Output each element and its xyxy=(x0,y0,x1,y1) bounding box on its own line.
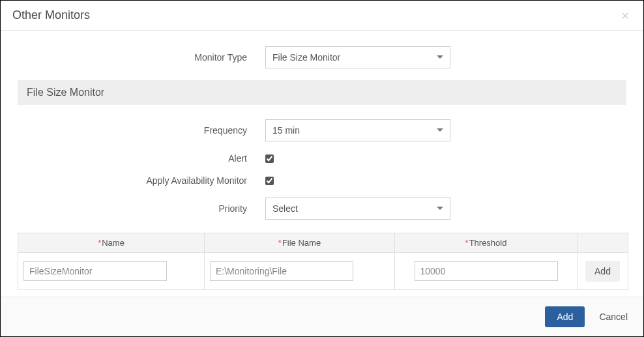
priority-label: Priority xyxy=(18,203,265,214)
monitor-type-select[interactable]: File Size Monitor xyxy=(265,46,450,68)
col-threshold-label: Threshold xyxy=(469,238,507,248)
modal-footer: Add Cancel xyxy=(1,297,643,336)
table-row: Add xyxy=(18,253,628,290)
table-header-row: *Name *File Name *Threshold xyxy=(18,233,628,253)
modal-header: Other Monitors × xyxy=(1,1,643,31)
col-file-header: *File Name xyxy=(205,233,395,253)
section-header: File Size Monitor xyxy=(18,80,626,105)
chevron-down-icon xyxy=(437,128,443,132)
priority-value: Select xyxy=(272,203,437,214)
availability-checkbox[interactable] xyxy=(265,177,274,185)
availability-label: Apply Availability Monitor xyxy=(18,175,265,186)
chevron-down-icon xyxy=(437,207,443,211)
frequency-label: Frequency xyxy=(18,125,265,136)
alert-checkbox[interactable] xyxy=(265,154,274,163)
frequency-select[interactable]: 15 min xyxy=(265,119,450,141)
add-button[interactable]: Add xyxy=(545,306,585,327)
frequency-value: 15 min xyxy=(272,125,437,136)
close-icon: × xyxy=(621,8,629,23)
required-indicator: * xyxy=(465,238,469,248)
close-button[interactable]: × xyxy=(619,9,632,22)
alert-row: Alert xyxy=(18,153,626,164)
add-row-button[interactable]: Add xyxy=(585,261,620,282)
alert-label: Alert xyxy=(18,153,265,164)
threshold-input[interactable] xyxy=(415,261,558,281)
col-file-label: File Name xyxy=(282,238,321,248)
col-name-label: Name xyxy=(102,238,124,248)
col-name-header: *Name xyxy=(18,233,205,253)
monitor-type-label: Monitor Type xyxy=(18,52,265,63)
modal-body: Monitor Type File Size Monitor File Size… xyxy=(1,31,643,297)
name-input[interactable] xyxy=(23,261,167,281)
chevron-down-icon xyxy=(437,55,443,59)
required-indicator: * xyxy=(98,238,101,248)
priority-select[interactable]: Select xyxy=(265,198,450,220)
col-action-header xyxy=(578,233,628,253)
cancel-button[interactable]: Cancel xyxy=(599,312,628,322)
file-name-input[interactable] xyxy=(210,261,353,281)
monitor-type-row: Monitor Type File Size Monitor xyxy=(18,46,626,68)
monitor-type-value: File Size Monitor xyxy=(272,52,437,63)
modal-title: Other Monitors xyxy=(12,8,90,22)
monitor-table: *Name *File Name *Threshold xyxy=(18,233,628,290)
priority-row: Priority Select xyxy=(18,198,626,220)
frequency-row: Frequency 15 min xyxy=(18,119,626,141)
required-indicator: * xyxy=(278,238,282,248)
availability-row: Apply Availability Monitor xyxy=(18,175,626,186)
col-threshold-header: *Threshold xyxy=(395,233,578,253)
other-monitors-modal: Other Monitors × Monitor Type File Size … xyxy=(1,1,643,336)
